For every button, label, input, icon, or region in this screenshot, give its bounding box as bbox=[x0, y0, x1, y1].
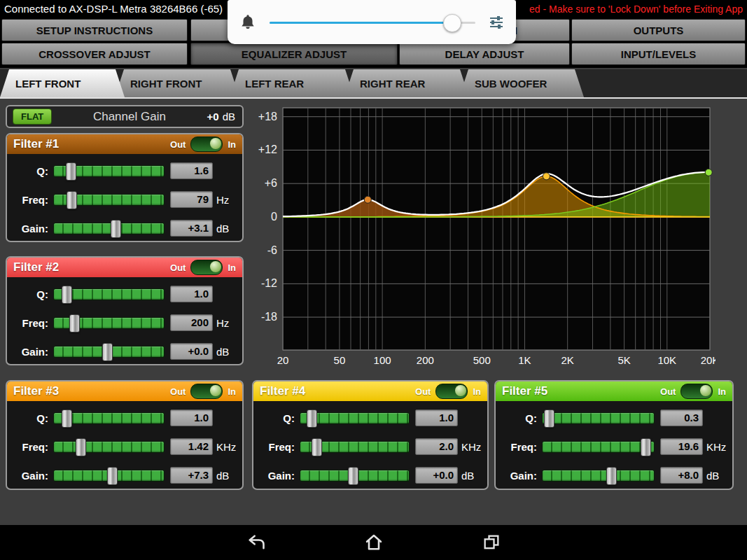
slider-thumb[interactable] bbox=[67, 191, 77, 209]
eq-y-axis-label: +12 bbox=[258, 144, 277, 155]
slider-thumb[interactable] bbox=[62, 410, 72, 428]
slider-thumb[interactable] bbox=[69, 314, 80, 332]
volume-popup bbox=[228, 0, 516, 44]
eq-x-axis-label: 20 bbox=[277, 354, 289, 366]
eq-dot-filter-5[interactable] bbox=[705, 169, 712, 176]
filter-2-gain-slider[interactable] bbox=[53, 343, 165, 360]
filter-3-freq-slider[interactable] bbox=[53, 438, 165, 455]
eq-y-axis-label: +18 bbox=[258, 111, 277, 122]
menu-button-outputs[interactable]: OUTPUTS bbox=[571, 19, 746, 41]
slider-thumb[interactable] bbox=[348, 467, 358, 485]
menu-button-equalizer-adjust[interactable]: EQUALIZER ADJUST bbox=[190, 43, 398, 65]
filter-4-panel: Filter #4 Out In Q: 1.0 Freq: 2.0 KHz bbox=[252, 380, 489, 490]
filter-2-gain-row: Gain: +0.0 dB bbox=[7, 340, 242, 363]
filter-3-gain-slider[interactable] bbox=[53, 467, 165, 484]
slider-thumb[interactable] bbox=[606, 467, 617, 485]
filter-5-freq-slider[interactable] bbox=[542, 438, 655, 455]
filter-5-header: Filter #5 Out In bbox=[496, 382, 732, 401]
channel-gain-title: Channel Gain bbox=[52, 110, 207, 124]
slider-thumb[interactable] bbox=[66, 162, 76, 181]
slider-thumb[interactable] bbox=[307, 410, 317, 428]
lockdown-warning-text: ed - Make sure to 'Lock Down' before Exi… bbox=[529, 4, 743, 15]
filter-3-in-out-toggle[interactable] bbox=[190, 384, 223, 399]
menu-button-input-levels[interactable]: INPUT/LEVELS bbox=[571, 43, 746, 65]
filter-2-freq-slider[interactable] bbox=[53, 314, 165, 331]
tab-right-rear[interactable]: RIGHT REAR bbox=[344, 69, 469, 97]
freq-unit: Hz bbox=[216, 317, 237, 329]
slider-thumb[interactable] bbox=[62, 286, 72, 304]
filter-4-freq-slider[interactable] bbox=[300, 438, 410, 455]
tab-right-front[interactable]: RIGHT FRONT bbox=[115, 69, 239, 97]
menu-button-setup-instructions[interactable]: SETUP INSTRUCTIONS bbox=[1, 19, 188, 41]
slider-thumb[interactable] bbox=[544, 410, 554, 428]
filter-2-q-slider[interactable] bbox=[53, 286, 165, 302]
gain-unit: dB bbox=[216, 223, 237, 234]
filter-4-q-slider[interactable] bbox=[300, 410, 410, 426]
filter-2-out-label: Out bbox=[170, 262, 186, 273]
channel-gain-bar: FLAT Channel Gain +0 dB bbox=[6, 105, 244, 128]
flat-button[interactable]: FLAT bbox=[13, 108, 52, 125]
filter-2-in-out-toggle[interactable] bbox=[190, 260, 223, 275]
slider-thumb[interactable] bbox=[107, 467, 118, 485]
eq-dot-filter-1[interactable] bbox=[364, 196, 371, 203]
volume-settings-tune-icon[interactable] bbox=[488, 14, 505, 31]
gain-unit: dB bbox=[706, 470, 727, 482]
slider-thumb[interactable] bbox=[76, 438, 86, 456]
filter-1-out-label: Out bbox=[170, 139, 186, 150]
tab-sub-woofer[interactable]: SUB WOOFER bbox=[459, 69, 584, 97]
filter-1-q-row: Q: 1.6 bbox=[7, 159, 242, 183]
menu-button-crossover-adjust[interactable]: CROSSOVER ADJUST bbox=[1, 43, 188, 65]
freq-unit: KHz bbox=[461, 441, 482, 453]
slider-thumb[interactable] bbox=[111, 220, 121, 238]
filter-4-header: Filter #4 Out In bbox=[253, 382, 487, 401]
eq-plot-area bbox=[283, 108, 710, 350]
menu-button-delay-adjust[interactable]: DELAY ADJUST bbox=[399, 43, 570, 65]
toggle-knob bbox=[455, 385, 466, 396]
eq-dot-filter-3[interactable] bbox=[543, 173, 550, 180]
slider-track bbox=[53, 441, 165, 453]
eq-x-axis-label: 10K bbox=[657, 354, 676, 366]
filter-5-in-out-toggle[interactable] bbox=[680, 384, 713, 399]
filter-4-gain-value: +0.0 bbox=[415, 467, 458, 484]
slider-thumb[interactable] bbox=[641, 438, 651, 456]
volume-slider-thumb[interactable] bbox=[443, 14, 461, 32]
eq-graph[interactable]: +18+12+60-6-12-1820501002005001K2K5K10K2… bbox=[251, 105, 715, 369]
eq-x-axis-label: 2K bbox=[561, 354, 573, 366]
slider-thumb[interactable] bbox=[312, 438, 322, 456]
tab-left-front[interactable]: LEFT FRONT bbox=[0, 69, 125, 97]
filter-5-gain-slider[interactable] bbox=[542, 467, 655, 484]
filter-3-freq-row: Freq: 1.42 KHz bbox=[7, 435, 242, 458]
filter-3-panel: Filter #3 Out In Q: 1.0 Freq: 1.42 KHz bbox=[6, 380, 244, 490]
q-label: Q: bbox=[501, 412, 537, 424]
filter-5-title: Filter #5 bbox=[502, 384, 547, 398]
notification-bell-icon bbox=[239, 13, 257, 31]
filter-3-q-value: 1.0 bbox=[170, 410, 213, 426]
freq-unit: Hz bbox=[216, 194, 237, 206]
q-label: Q: bbox=[12, 165, 48, 177]
filter-2-gain-value: +0.0 bbox=[170, 343, 213, 360]
eq-y-axis-label: -12 bbox=[261, 277, 277, 289]
home-icon[interactable] bbox=[364, 533, 384, 552]
filter-1-q-slider[interactable] bbox=[53, 162, 165, 179]
filter-4-in-out-toggle[interactable] bbox=[435, 384, 468, 399]
filter-1-panel: Filter #1 Out In Q: 1.6 Freq: 79 Hz bbox=[6, 133, 244, 242]
back-icon[interactable] bbox=[246, 533, 266, 552]
freq-unit: KHz bbox=[216, 441, 237, 453]
filter-5-q-slider[interactable] bbox=[542, 410, 655, 426]
recents-icon[interactable] bbox=[482, 533, 501, 552]
filter-1-in-out-toggle[interactable] bbox=[190, 136, 223, 152]
volume-slider[interactable] bbox=[270, 13, 475, 31]
filter-1-gain-slider[interactable] bbox=[53, 220, 165, 237]
filter-3-q-slider[interactable] bbox=[53, 410, 165, 426]
filter-1-freq-slider[interactable] bbox=[53, 191, 165, 208]
filter-2-in-label: In bbox=[228, 262, 236, 273]
gain-unit: dB bbox=[216, 346, 237, 358]
filter-1-freq-value: 79 bbox=[170, 191, 213, 208]
filter-4-q-value: 1.0 bbox=[415, 410, 458, 426]
filter-1-gain-value: +3.1 bbox=[170, 220, 213, 237]
tab-left-rear[interactable]: LEFT REAR bbox=[230, 69, 354, 97]
slider-thumb[interactable] bbox=[102, 343, 113, 361]
filter-4-gain-slider[interactable] bbox=[300, 467, 410, 484]
slider-track bbox=[542, 470, 655, 482]
filter-5-panel: Filter #5 Out In Q: 0.3 Freq: 19.6 KHz bbox=[494, 380, 734, 490]
